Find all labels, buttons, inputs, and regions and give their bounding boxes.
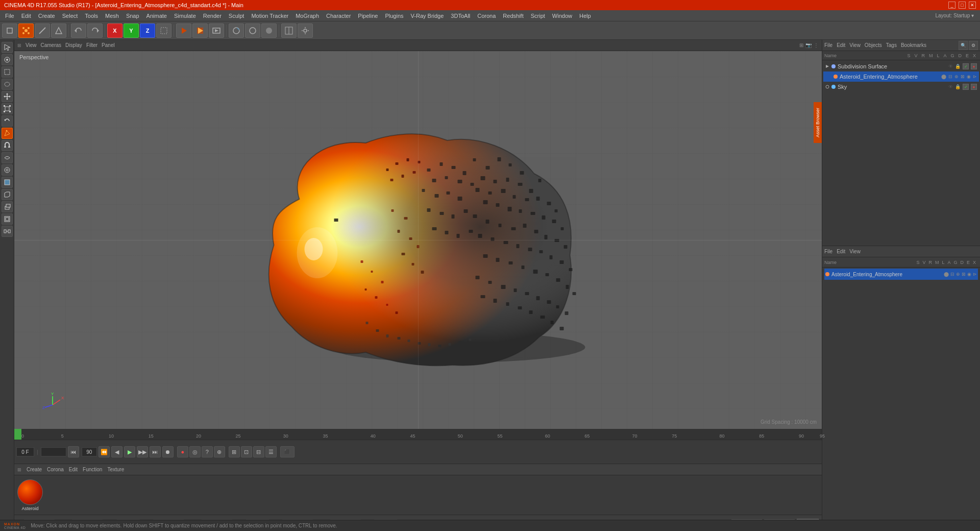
attr-row-asteroid[interactable]: Asteroid_Entering_Atmosphere ⬤ ⊟ ⊕ ⊠ ◉ ⊳	[824, 269, 978, 280]
material-menu-create[interactable]: Create	[27, 467, 42, 472]
asteroid-material-thumbnail[interactable]	[17, 479, 43, 505]
material-handle[interactable]: ⊞	[17, 467, 21, 472]
obj-check-red[interactable]: ●	[971, 63, 977, 69]
play-btn[interactable]: ▶	[124, 446, 135, 457]
menu-help[interactable]: Help	[576, 12, 594, 20]
goto-start-btn[interactable]: ⏮	[68, 446, 79, 457]
goto-end-btn[interactable]: ⏭	[150, 446, 161, 457]
menu-3dtoall[interactable]: 3DToAll	[448, 12, 473, 20]
menu-render[interactable]: Render	[200, 12, 225, 20]
bevel-btn[interactable]	[2, 189, 13, 200]
obj-menu-edit[interactable]: Edit	[837, 42, 845, 48]
fill-selection-btn[interactable]	[2, 177, 13, 188]
record-motion-btn[interactable]: ◎	[189, 446, 201, 457]
obj-sky-check[interactable]: ✓	[963, 84, 969, 90]
x-axis-btn[interactable]: X	[107, 23, 122, 38]
current-frame-field[interactable]	[16, 447, 34, 456]
live-select-btn[interactable]	[2, 54, 13, 65]
menu-select[interactable]: Select	[59, 12, 81, 20]
obj-menu-tags[interactable]: Tags	[886, 42, 897, 48]
magnet-tool-btn[interactable]	[2, 140, 13, 151]
obj-item-subdivision[interactable]: Subdivision Surface 👁 🔒 ✓ ●	[823, 61, 979, 71]
side-browser-tab[interactable]: Asset Browser	[814, 102, 822, 143]
minimize-btn[interactable]: _	[948, 2, 955, 9]
3d-viewport[interactable]: Perspective Grid Spacing : 10000 cm X Y …	[14, 51, 822, 429]
asteroid-material-item[interactable]: Asteroid	[17, 479, 43, 511]
viewport-menu-view[interactable]: View	[26, 42, 37, 48]
play-reverse-btn[interactable]: ◀	[111, 446, 122, 457]
goto-prev-frame-btn[interactable]: ⏪	[99, 446, 110, 457]
attr-icon-ring[interactable]: ◉	[967, 272, 971, 277]
model-mode-btn[interactable]	[2, 23, 17, 38]
attr-menu-view[interactable]: View	[849, 249, 861, 254]
ring-selection-btn[interactable]	[2, 164, 13, 176]
move-tool-btn[interactable]	[2, 91, 13, 102]
material-menu-corona[interactable]: Corona	[47, 467, 64, 472]
obj-asteroid-lock[interactable]: ⊟	[948, 74, 952, 79]
viewport-menu-display[interactable]: Display	[65, 42, 82, 48]
motion-type-btn[interactable]: ⊞	[229, 446, 240, 457]
window-controls[interactable]: _ □ ✕	[948, 2, 976, 9]
menu-plugins[interactable]: Plugins	[382, 12, 406, 20]
obj-menu-objects[interactable]: Objects	[865, 42, 882, 48]
bridge-btn[interactable]	[2, 226, 13, 237]
obj-asteroid-key[interactable]: ⊕	[954, 74, 959, 79]
point-mode-btn[interactable]	[18, 23, 34, 38]
loop-selection-btn[interactable]	[2, 152, 13, 163]
menu-redshift[interactable]: Redshift	[500, 12, 526, 20]
record-points-btn[interactable]: ●	[177, 446, 188, 457]
view-wireframe-btn[interactable]	[245, 23, 260, 38]
coordinate-system-btn[interactable]	[156, 23, 172, 38]
close-btn[interactable]: ✕	[969, 2, 976, 9]
menu-window[interactable]: Window	[549, 12, 575, 20]
motion-param-btn[interactable]: ☰	[265, 446, 277, 457]
render-picture-btn[interactable]	[209, 23, 224, 38]
material-menu-texture[interactable]: Texture	[107, 467, 124, 472]
menu-mesh[interactable]: Mesh	[102, 12, 122, 20]
attr-menu-file[interactable]: File	[824, 249, 832, 254]
attr-icon-key[interactable]: ⊕	[956, 272, 960, 277]
polygon-mode-btn[interactable]	[51, 23, 66, 38]
keyframe-field[interactable]	[41, 447, 66, 456]
z-axis-btn[interactable]: Z	[140, 23, 155, 38]
menu-file[interactable]: File	[2, 12, 17, 20]
menu-corona[interactable]: Corona	[474, 12, 499, 20]
record-btn[interactable]: ⏺	[162, 446, 174, 457]
menu-create[interactable]: Create	[35, 12, 58, 20]
obj-check-green[interactable]: ✓	[963, 63, 969, 69]
view-shading-btn[interactable]	[229, 23, 244, 38]
viewport-fit-btn[interactable]: ⊞	[799, 42, 803, 48]
menu-sculpt[interactable]: Sculpt	[226, 12, 248, 20]
motion-path-btn[interactable]: ⊕	[214, 446, 225, 457]
obj-asteroid-sphere[interactable]: ⬤	[941, 74, 946, 79]
menu-tools[interactable]: Tools	[82, 12, 101, 20]
record-help-btn[interactable]: ?	[202, 446, 213, 457]
obj-menu-file[interactable]: File	[824, 42, 832, 48]
render-region-btn[interactable]	[192, 23, 208, 38]
attr-icon-sphere[interactable]: ⬤	[944, 272, 949, 277]
attr-icon-tri[interactable]: ⊳	[973, 272, 977, 277]
menu-pipeline[interactable]: Pipeline	[355, 12, 381, 20]
rotate-tool-btn[interactable]	[2, 115, 13, 127]
menu-mograph[interactable]: MoGraph	[292, 12, 322, 20]
menu-script[interactable]: Script	[528, 12, 548, 20]
obj-icon-lock[interactable]: 🔒	[955, 64, 961, 69]
menu-vray[interactable]: V-Ray Bridge	[408, 12, 447, 20]
select-tool-btn[interactable]	[2, 42, 13, 53]
viewport-handle[interactable]: ⊞	[17, 43, 21, 48]
scale-tool-btn[interactable]	[2, 103, 13, 114]
obj-item-sky[interactable]: Sky 👁 🔒 ✓ ●	[823, 82, 979, 92]
menu-simulate[interactable]: Simulate	[171, 12, 199, 20]
maximize-btn[interactable]: □	[959, 2, 966, 9]
obj-item-asteroid[interactable]: Asteroid_Entering_Atmosphere ⬤ ⊟ ⊕ ⊠ ◉ ⊳	[823, 71, 979, 82]
viewport-menu-cameras[interactable]: Cameras	[41, 42, 62, 48]
viewport-menu-panel[interactable]: Panel	[102, 42, 115, 48]
preview-start-field[interactable]	[82, 447, 97, 456]
obj-asteroid-arrow[interactable]: ⊳	[973, 74, 977, 79]
menu-animate[interactable]: Animate	[143, 12, 170, 20]
rectangle-select-btn[interactable]	[2, 66, 13, 78]
obj-sky-icon2[interactable]: 🔒	[955, 84, 961, 89]
viewport-menu-filter[interactable]: Filter	[86, 42, 97, 48]
obj-asteroid-check[interactable]: ⊠	[961, 74, 965, 79]
view-layout-btn[interactable]	[281, 23, 297, 38]
